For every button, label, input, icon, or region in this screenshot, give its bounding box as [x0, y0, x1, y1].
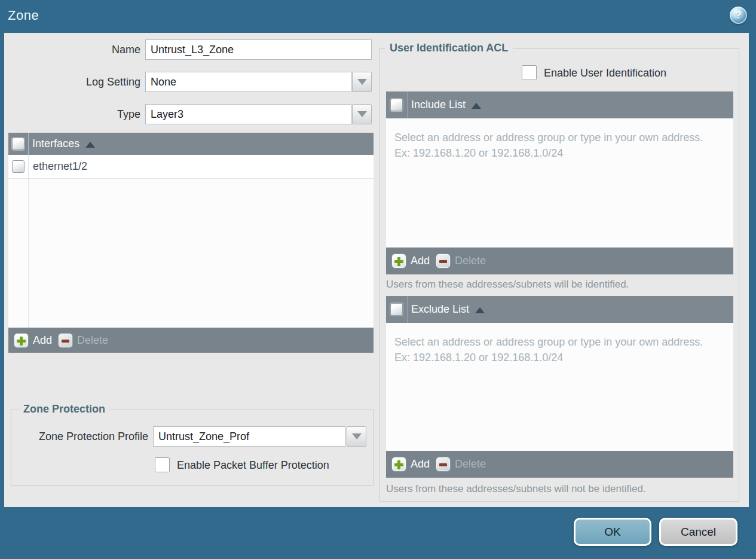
zone-protection-profile-label: Zone Protection Profile — [11, 426, 148, 447]
delete-button[interactable]: Delete — [58, 333, 108, 348]
include-list-column-header[interactable]: Include List — [411, 99, 466, 111]
exclude-list-column-header[interactable]: Exclude List — [411, 303, 469, 316]
chevron-down-icon — [352, 433, 362, 439]
delete-button[interactable]: Delete — [436, 253, 486, 268]
help-icon[interactable]: ? — [730, 7, 747, 24]
column-separator — [28, 133, 29, 155]
log-setting-row: Log Setting — [4, 72, 375, 92]
log-setting-input[interactable] — [145, 72, 351, 92]
name-row: Name — [4, 39, 375, 60]
delete-button[interactable]: Delete — [436, 457, 486, 472]
dialog-body: Name Log Setting Type Interfaces ether — [4, 33, 749, 507]
include-list-placeholder: Select an address or address group or ty… — [386, 118, 733, 161]
add-button[interactable]: Add — [391, 253, 430, 268]
type-label: Type — [4, 104, 140, 124]
include-list-footer: Add Delete — [386, 248, 733, 274]
title-bar: Zone ? — [0, 0, 756, 33]
exclude-list-caption: Users from these addresses/subnets will … — [386, 483, 646, 495]
exclude-list-placeholder: Select an address or address group or ty… — [386, 323, 733, 365]
sort-ascending-icon[interactable] — [472, 103, 481, 109]
exclude-list-header[interactable]: Exclude List — [386, 296, 733, 323]
user-identification-acl-section: User Identification ACL Enable User Iden… — [379, 48, 739, 502]
interfaces-table-header[interactable]: Interfaces — [8, 133, 374, 155]
plus-icon — [391, 457, 406, 472]
column-separator — [408, 296, 408, 323]
include-list-header[interactable]: Include List — [386, 91, 733, 118]
interfaces-table-footer: Add Delete — [8, 328, 374, 353]
name-label: Name — [4, 39, 140, 60]
type-input[interactable] — [145, 104, 351, 124]
zone-protection-section: Zone Protection Zone Protection Profile … — [11, 410, 374, 486]
plus-icon — [14, 333, 29, 348]
log-setting-dropdown-button[interactable] — [352, 72, 372, 92]
interfaces-select-all-checkbox[interactable] — [12, 138, 25, 150]
table-row[interactable]: ethernet1/2 — [8, 155, 374, 179]
column-separator — [28, 155, 29, 328]
chevron-down-icon — [357, 79, 367, 85]
include-list-table: Include List Select an address or addres… — [386, 91, 733, 274]
user-identification-acl-legend: User Identification ACL — [385, 42, 513, 54]
plus-icon — [391, 253, 406, 268]
name-input[interactable] — [145, 39, 372, 60]
enable-user-identification-label: Enable User Identification — [544, 67, 666, 80]
exclude-list-body[interactable]: Select an address or address group or ty… — [386, 323, 733, 451]
chevron-down-icon — [357, 111, 367, 117]
interfaces-column-header[interactable]: Interfaces — [32, 138, 79, 150]
add-button[interactable]: Add — [14, 333, 52, 348]
zone-protection-legend: Zone Protection — [19, 403, 110, 416]
packet-buffer-protection-label: Enable Packet Buffer Protection — [177, 459, 329, 472]
zone-protection-profile-dropdown-button[interactable] — [347, 426, 366, 447]
include-select-all-checkbox[interactable] — [390, 99, 403, 111]
sort-ascending-icon[interactable] — [85, 142, 95, 148]
log-setting-label: Log Setting — [4, 72, 140, 92]
row-checkbox[interactable] — [12, 160, 25, 173]
include-list-body[interactable]: Select an address or address group or ty… — [386, 118, 733, 248]
cancel-button[interactable]: Cancel — [659, 518, 737, 546]
dialog-title: Zone — [8, 0, 39, 31]
type-row: Type — [4, 104, 375, 124]
zone-protection-profile-input[interactable] — [153, 426, 345, 447]
exclude-list-footer: Add Delete — [386, 451, 733, 478]
interfaces-table-body: ethernet1/2 — [8, 155, 374, 328]
enable-user-identification-checkbox[interactable] — [522, 65, 537, 80]
exclude-select-all-checkbox[interactable] — [390, 303, 403, 316]
packet-buffer-protection-checkbox[interactable] — [155, 457, 170, 472]
type-dropdown-button[interactable] — [352, 104, 372, 124]
ok-button[interactable]: OK — [574, 518, 651, 546]
minus-icon — [58, 333, 73, 348]
minus-icon — [436, 253, 451, 268]
interface-name: ethernet1/2 — [33, 160, 87, 173]
add-button[interactable]: Add — [391, 457, 430, 472]
include-list-caption: Users from these addresses/subnets will … — [386, 279, 629, 291]
column-separator — [408, 91, 408, 118]
interfaces-table: Interfaces ethernet1/2 Add Delete — [8, 133, 374, 353]
exclude-list-table: Exclude List Select an address or addres… — [386, 296, 733, 478]
sort-ascending-icon[interactable] — [475, 307, 485, 313]
minus-icon — [436, 457, 451, 472]
